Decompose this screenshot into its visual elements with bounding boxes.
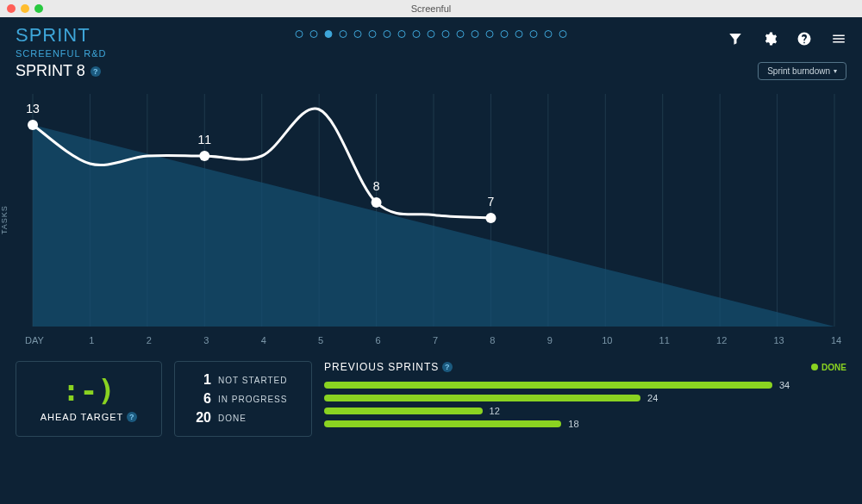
previous-sprint-value: 12 — [490, 406, 500, 416]
pager-dot[interactable] — [559, 30, 567, 38]
x-axis-tick: 14 — [831, 335, 841, 345]
previous-sprint-bar-row: 24 — [324, 393, 846, 403]
count-row: 6IN PROGRESS — [187, 391, 299, 407]
x-axis-tick: 11 — [659, 335, 670, 345]
pager-dot[interactable] — [384, 30, 391, 38]
window-close-button[interactable] — [7, 4, 16, 13]
pager-dot[interactable] — [325, 30, 333, 38]
previous-sprint-value: 24 — [647, 393, 658, 403]
previous-sprints-panel: PREVIOUS SPRINTS ? DONE 34241218 — [324, 361, 846, 437]
pager-dot[interactable] — [486, 30, 494, 38]
sprint-title: SPRINT 8 — [16, 62, 85, 80]
previous-sprint-bar-row: 34 — [324, 380, 846, 390]
x-axis-tick: 12 — [716, 335, 727, 345]
count-label: IN PROGRESS — [218, 395, 287, 404]
pager-dot[interactable] — [310, 30, 318, 38]
data-point — [199, 151, 209, 161]
status-emoticon: :-) — [62, 376, 115, 405]
data-point-label: 8 — [373, 179, 380, 193]
previous-sprints-title: PREVIOUS SPRINTS — [324, 361, 439, 373]
task-counts-box: 1NOT STARTED6IN PROGRESS20DONE — [174, 361, 312, 437]
chart-type-dropdown[interactable]: Sprint burndown ▾ — [758, 62, 846, 80]
pager-dot[interactable] — [369, 30, 377, 38]
x-axis-tick: 3 — [203, 335, 209, 345]
status-box: :-) AHEAD TARGET ? — [16, 361, 162, 437]
previous-sprints-help-icon[interactable]: ? — [442, 362, 453, 372]
header-sprint-label: SPRINT — [16, 24, 107, 47]
count-row: 20DONE — [187, 410, 299, 426]
data-point-label: 13 — [26, 102, 40, 115]
status-help-icon[interactable]: ? — [127, 412, 137, 422]
pager-dot[interactable] — [442, 30, 450, 38]
previous-sprint-bar — [324, 420, 561, 427]
done-legend-label: DONE — [821, 363, 846, 372]
x-axis-tick: 4 — [261, 335, 266, 345]
data-point — [372, 197, 382, 208]
page-indicator — [296, 30, 567, 38]
pager-dot[interactable] — [530, 30, 538, 38]
pager-dot[interactable] — [457, 30, 465, 38]
pager-dot[interactable] — [428, 30, 435, 38]
window-title: Screenful — [7, 3, 855, 14]
pager-dot[interactable] — [545, 30, 553, 38]
x-axis-tick: 2 — [147, 335, 152, 345]
x-axis-tick: 6 — [376, 335, 381, 345]
previous-sprint-bar-row: 18 — [324, 419, 846, 429]
filter-icon[interactable] — [728, 31, 743, 50]
x-axis-tick: 9 — [547, 335, 553, 345]
pager-dot[interactable] — [472, 30, 479, 38]
previous-sprint-bar — [324, 408, 483, 414]
previous-sprint-value: 18 — [568, 419, 578, 429]
menu-icon[interactable] — [831, 31, 846, 50]
count-label: DONE — [218, 414, 247, 423]
x-axis-tick: 8 — [490, 335, 495, 345]
pager-dot[interactable] — [413, 30, 421, 38]
window-minimize-button[interactable] — [21, 4, 29, 13]
window-maximize-button[interactable] — [34, 4, 43, 13]
pager-dot[interactable] — [501, 30, 509, 38]
header-project-name: SCREENFUL R&D — [16, 48, 107, 59]
pager-dot[interactable] — [354, 30, 362, 38]
y-axis-label: TASKS — [0, 205, 9, 234]
count-number: 6 — [187, 391, 211, 407]
count-number: 1 — [187, 372, 211, 388]
chart-type-dropdown-label: Sprint burndown — [767, 66, 830, 76]
burndown-chart: 131187 — [16, 85, 843, 335]
x-axis-tick: 1 — [89, 335, 94, 345]
chevron-down-icon: ▾ — [834, 67, 837, 75]
data-point-label: 11 — [197, 133, 211, 146]
pager-dot[interactable] — [340, 30, 347, 38]
count-label: NOT STARTED — [218, 376, 287, 385]
sprint-title-help-icon[interactable]: ? — [91, 66, 101, 77]
pager-dot[interactable] — [515, 30, 523, 38]
x-axis-tick: 10 — [602, 335, 612, 345]
status-label: AHEAD TARGET — [41, 412, 124, 422]
done-legend: DONE — [811, 363, 846, 372]
pager-dot[interactable] — [398, 30, 406, 38]
help-icon[interactable] — [796, 31, 812, 50]
x-axis-tick: 13 — [773, 335, 784, 345]
previous-sprint-bar — [324, 382, 772, 389]
done-legend-dot-icon — [811, 364, 818, 370]
data-point — [485, 213, 496, 223]
x-axis-tick: 7 — [433, 335, 438, 345]
x-axis-tick: DAY — [25, 335, 44, 345]
count-row: 1NOT STARTED — [187, 372, 299, 388]
previous-sprint-bar-row: 12 — [324, 406, 846, 416]
x-axis-tick: 5 — [318, 335, 323, 345]
previous-sprint-bar — [324, 395, 640, 401]
count-number: 20 — [187, 410, 211, 426]
pager-dot[interactable] — [296, 30, 303, 38]
previous-sprint-value: 34 — [779, 380, 790, 390]
data-point-label: 7 — [488, 195, 495, 208]
gear-icon[interactable] — [762, 31, 778, 50]
data-point — [28, 120, 38, 130]
mac-titlebar: Screenful — [0, 0, 862, 17]
